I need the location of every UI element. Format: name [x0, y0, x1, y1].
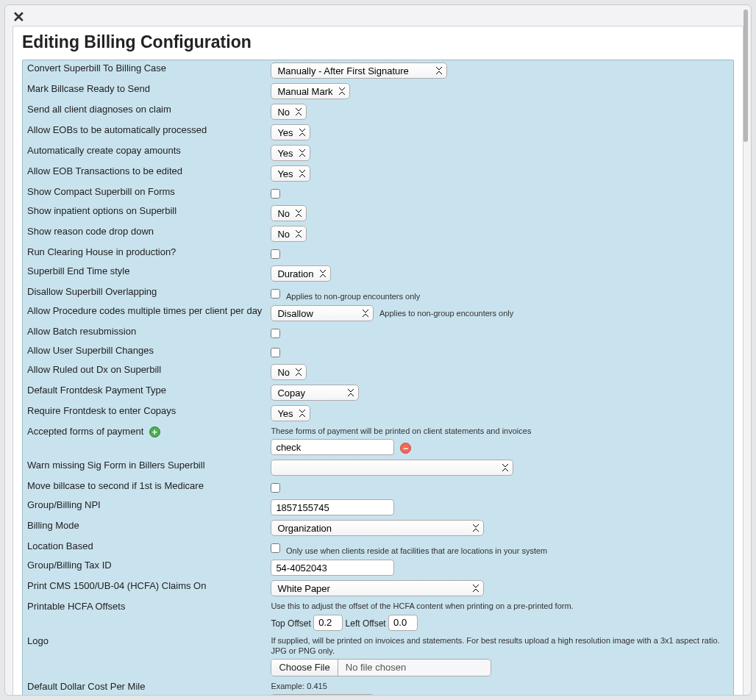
label-auto-copay: Automatically create copay amounts [23, 143, 266, 163]
select-show-inpatient[interactable]: No [271, 205, 307, 221]
label-procedure-multi: Allow Procedure codes multiple times per… [23, 303, 266, 324]
label-ruled-out-dx: Allow Ruled out Dx on Superbill [23, 362, 266, 382]
label-print-claims: Print CMS 1500/UB-04 (HCFA) Claims On [23, 578, 266, 599]
input-left-offset[interactable] [388, 615, 418, 631]
label-logo: Logo [23, 633, 266, 679]
file-input-logo[interactable]: Choose File No file chosen [271, 659, 491, 676]
checkbox-batch-resub[interactable] [271, 329, 280, 338]
label-reason-code: Show reason code drop down [23, 224, 266, 244]
label-clearing-house: Run Clearing House in production? [23, 244, 266, 263]
select-ruled-out-dx[interactable]: No [271, 364, 307, 380]
select-reason-code[interactable]: No [271, 226, 307, 242]
checkbox-location-based[interactable] [271, 543, 280, 553]
select-default-fd-pay[interactable]: Copay [271, 385, 359, 401]
label-billing-npi: Group/Billing NPI [23, 497, 266, 518]
label-compact-superbill: Show Compact Superbill on Forms [23, 184, 266, 203]
label-location-based: Location Based [23, 538, 266, 557]
helper-disallow-overlap: Applies to non-group encounters only [286, 292, 420, 301]
checkbox-user-sb-changes[interactable] [271, 348, 280, 357]
label-require-copay: Require Frontdesk to enter Copays [23, 403, 266, 424]
label-end-time-style: Superbill End Time style [23, 263, 266, 284]
select-allow-eob-edit[interactable]: Yes [271, 165, 310, 182]
file-status: No file chosen [338, 660, 491, 676]
page-title: Editing Billing Configuration [22, 32, 734, 52]
helper-cost-per-mile: Example: 0.415 [271, 681, 729, 691]
label-show-inpatient: Show inpatient options on Superbill [23, 203, 266, 224]
label-move-billcase: Move billcase to second if 1st is Medica… [23, 478, 266, 497]
helper-location-based: Only use when clients reside at faciliti… [286, 546, 547, 555]
input-cost-per-mile[interactable] [271, 694, 374, 696]
checkbox-move-billcase[interactable] [271, 483, 280, 493]
label-hcfa-offsets: Printable HCFA Offsets [23, 599, 266, 632]
checkbox-disallow-overlap[interactable] [271, 289, 280, 299]
select-allow-eob-auto[interactable]: Yes [271, 124, 310, 140]
select-billing-mode[interactable]: Organization [271, 520, 484, 536]
input-tax-id[interactable] [271, 560, 394, 576]
select-auto-copay[interactable]: Yes [271, 145, 310, 161]
input-accepted-forms[interactable] [271, 439, 394, 455]
label-tax-id: Group/Billing Tax ID [23, 557, 266, 578]
label-warn-sig: Warn missing Sig Form in Billers Superbi… [23, 457, 266, 478]
select-require-copay[interactable]: Yes [271, 405, 310, 421]
label-top-offset: Top Offset [271, 618, 310, 628]
checkbox-compact-superbill[interactable] [271, 189, 280, 199]
choose-file-button[interactable]: Choose File [271, 660, 338, 676]
remove-payment-form-icon[interactable]: − [400, 443, 411, 454]
label-send-all-diag: Send all client diagnoses on claim [23, 101, 266, 122]
helper-hcfa-offsets: Use this to adjust the offset of the HCF… [271, 601, 729, 611]
label-user-sb-changes: Allow User Superbill Changes [23, 343, 266, 362]
select-convert-superbill[interactable]: Manually - After First Signature [271, 63, 447, 79]
helper-procedure-multi: Applies to non-group encounters only [379, 309, 513, 318]
select-mark-ready[interactable]: Manual Mark [271, 83, 350, 99]
select-end-time-style[interactable]: Duration [271, 265, 331, 282]
checkbox-clearing-house[interactable] [271, 249, 280, 259]
label-allow-eob-edit: Allow EOB Transactions to be edited [23, 163, 266, 184]
config-panel: Convert Superbill To Billing Case Manual… [22, 60, 734, 696]
scrollbar[interactable] [743, 10, 748, 142]
label-default-fd-pay: Default Frontdesk Payment Type [23, 382, 266, 403]
select-print-claims[interactable]: White Paper [271, 580, 484, 596]
close-icon[interactable]: ✕ [5, 5, 751, 24]
label-left-offset: Left Offset [346, 618, 386, 628]
add-payment-form-icon[interactable]: + [149, 426, 160, 438]
label-billing-mode: Billing Mode [23, 518, 266, 538]
helper-accepted-forms: These forms of payment will be printed o… [271, 426, 729, 436]
label-cost-per-mile: Default Dollar Cost Per Mile [23, 679, 266, 696]
label-allow-eob-auto: Allow EOBs to be automatically processed [23, 122, 266, 143]
select-procedure-multi[interactable]: Disallow [271, 305, 374, 321]
input-top-offset[interactable] [313, 615, 343, 631]
input-billing-npi[interactable] [271, 499, 394, 515]
label-disallow-overlap: Disallow Superbill Overlapping [23, 284, 266, 303]
label-accepted-forms: Accepted forms of payment [27, 426, 143, 437]
label-mark-ready: Mark Billcase Ready to Send [23, 81, 266, 101]
label-batch-resub: Allow Batch resubmission [23, 324, 266, 343]
select-send-all-diag[interactable]: No [271, 104, 307, 120]
label-convert-superbill: Convert Superbill To Billing Case [23, 60, 266, 81]
select-warn-sig[interactable] [271, 460, 513, 476]
helper-logo: If supplied, will be printed on invoices… [271, 635, 729, 657]
